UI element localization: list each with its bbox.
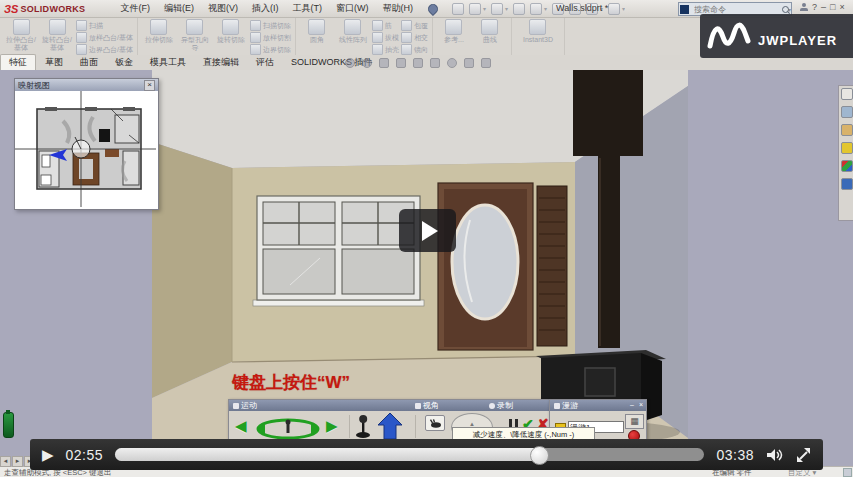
tab-evaluate[interactable]: 评估 xyxy=(248,55,282,70)
green-marker-icon xyxy=(3,412,14,438)
options-icon[interactable] xyxy=(608,3,620,15)
walk-section-header[interactable]: 漫游 – × xyxy=(550,400,646,411)
ribbon-extruded-boss[interactable]: 拉伸凸台/基体 xyxy=(4,19,38,51)
display-style-icon[interactable] xyxy=(430,58,440,68)
ribbon-mirror[interactable]: 镜向 xyxy=(401,44,428,55)
ribbon-boundary-cut[interactable]: 边界切除 xyxy=(250,44,291,55)
video-play-overlay[interactable] xyxy=(399,209,456,252)
draft-icon xyxy=(372,32,383,43)
menu-window[interactable]: 窗口(W) xyxy=(329,2,376,15)
search-icon[interactable] xyxy=(782,6,789,13)
volume-icon[interactable] xyxy=(766,448,784,462)
viewport-tiles-button[interactable]: ▦ xyxy=(625,414,644,429)
ribbon-swept-cut[interactable]: 扫描切除 xyxy=(250,20,291,31)
solidworks-logo-mark: ЗS xyxy=(4,3,18,15)
boundary-boss-icon xyxy=(76,44,87,55)
help-button[interactable]: ? xyxy=(812,2,817,12)
swept-cut-icon xyxy=(250,20,261,31)
solidworks-logo: ЗS SOLIDWORKS xyxy=(4,3,85,15)
ribbon-draft[interactable]: 拔模 xyxy=(372,32,399,43)
ribbon-instant3d[interactable]: Instant3D xyxy=(516,19,560,44)
zoom-area-icon[interactable] xyxy=(362,58,372,68)
minimize-button[interactable]: – xyxy=(821,2,826,12)
ribbon-reference-geometry[interactable]: 参考... xyxy=(437,19,471,44)
appearances-icon[interactable] xyxy=(464,58,474,68)
ribbon-hole-wizard[interactable]: 异型孔向导 xyxy=(178,19,212,51)
menu-tools[interactable]: 工具(T) xyxy=(285,2,329,15)
tab-features[interactable]: 特征 xyxy=(0,54,36,70)
walker-figure xyxy=(286,420,291,425)
ribbon-linear-pattern[interactable]: 线性阵列 xyxy=(336,19,370,44)
map-close-icon[interactable]: × xyxy=(144,80,155,91)
menu-edit[interactable]: 编辑(E) xyxy=(157,2,201,15)
tab-mold-tools[interactable]: 模具工具 xyxy=(142,55,194,70)
home-tab-icon[interactable] xyxy=(841,88,853,100)
joystick-icon[interactable] xyxy=(355,414,371,439)
ribbon-boundary-boss[interactable]: 边界凸台/基体 xyxy=(76,44,133,55)
walkthrough-header[interactable]: 运动 视角 录制 xyxy=(229,400,549,411)
new-document-icon[interactable] xyxy=(469,3,481,15)
section-view-icon[interactable] xyxy=(396,58,406,68)
save-icon[interactable] xyxy=(513,3,525,15)
open-document-icon[interactable] xyxy=(491,3,503,15)
panel-minimize-icon[interactable]: – xyxy=(630,401,634,409)
revolved-cut-icon xyxy=(222,19,239,35)
ribbon-lofted-boss[interactable]: 放样凸台/基体 xyxy=(76,32,133,43)
custom-properties-icon[interactable] xyxy=(841,178,853,190)
file-explorer-icon[interactable] xyxy=(841,124,853,136)
search-scope-icon[interactable] xyxy=(680,5,689,14)
print-icon[interactable] xyxy=(530,3,542,15)
move-left-button[interactable]: ◀ xyxy=(235,418,247,433)
restore-button[interactable]: □ xyxy=(830,2,835,12)
ribbon-fillet[interactable]: 圆角 xyxy=(300,19,334,44)
search-input[interactable] xyxy=(692,4,782,15)
ribbon-swept-boss[interactable]: 扫描 xyxy=(76,20,133,31)
ribbon-intersect[interactable]: 相交 xyxy=(401,32,428,43)
view-settings-icon[interactable] xyxy=(481,58,491,68)
pin-icon[interactable] xyxy=(426,1,440,15)
seek-handle[interactable] xyxy=(530,446,549,465)
ribbon-rib[interactable]: 筋 xyxy=(372,20,399,31)
turn-control[interactable] xyxy=(255,417,321,439)
ribbon-revolved-boss[interactable]: 旋转凸台/基体 xyxy=(40,19,74,51)
move-right-button[interactable]: ▶ xyxy=(326,418,338,433)
view-orientation-icon[interactable] xyxy=(413,58,423,68)
wrap-icon xyxy=(401,20,412,31)
tab-surfaces[interactable]: 曲面 xyxy=(72,55,106,70)
lofted-cut-icon xyxy=(250,32,261,43)
play-button[interactable]: ▶ xyxy=(42,446,54,464)
zoom-fit-icon[interactable] xyxy=(345,58,355,68)
menu-file[interactable]: 文件(F) xyxy=(113,2,157,15)
move-up-button[interactable] xyxy=(377,412,403,440)
design-library-icon[interactable] xyxy=(841,106,853,118)
close-button[interactable]: × xyxy=(839,2,844,12)
view-section-icon xyxy=(415,403,421,409)
ribbon-shell[interactable]: 抽壳 xyxy=(372,44,399,55)
ribbon-extruded-cut[interactable]: 拉伸切除 xyxy=(142,19,176,44)
view-palette-icon[interactable] xyxy=(841,142,853,154)
reference-geometry-icon xyxy=(445,19,462,35)
menu-bar: 文件(F) 编辑(E) 视图(V) 插入(I) 工具(T) 窗口(W) 帮助(H… xyxy=(113,2,420,15)
user-account-icon[interactable] xyxy=(800,3,808,11)
tab-sheet-metal[interactable]: 钣金 xyxy=(107,55,141,70)
appearances-scenes-icon[interactable] xyxy=(841,160,853,172)
ribbon-lofted-cut[interactable]: 放样切割 xyxy=(250,32,291,43)
floor-plan-map[interactable] xyxy=(15,91,156,207)
revolved-boss-icon xyxy=(49,19,66,35)
tab-direct-editing[interactable]: 直接编辑 xyxy=(195,55,247,70)
panel-close-icon[interactable]: × xyxy=(639,401,643,409)
menu-view[interactable]: 视图(V) xyxy=(201,2,245,15)
fullscreen-icon[interactable] xyxy=(796,448,811,462)
speed-rabbit-button[interactable] xyxy=(425,415,445,431)
tab-sketch[interactable]: 草图 xyxy=(37,55,71,70)
map-view-titlebar[interactable]: 映射视图 × xyxy=(15,79,158,91)
ribbon-wrap[interactable]: 包覆 xyxy=(401,20,428,31)
ribbon-curves[interactable]: 曲线 xyxy=(473,19,507,44)
hide-show-items-icon[interactable] xyxy=(447,58,457,68)
menu-insert[interactable]: 插入(I) xyxy=(245,2,286,15)
home-icon[interactable] xyxy=(452,3,464,15)
previous-view-icon[interactable] xyxy=(379,58,389,68)
menu-help[interactable]: 帮助(H) xyxy=(375,2,420,15)
ribbon-revolved-cut[interactable]: 旋转切除 xyxy=(214,19,248,44)
seek-bar[interactable] xyxy=(115,448,704,461)
